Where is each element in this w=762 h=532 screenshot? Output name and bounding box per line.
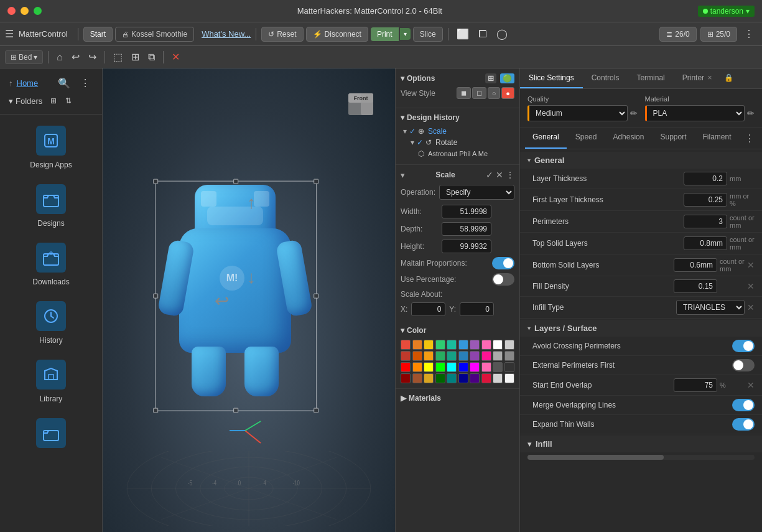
fill-density-input[interactable] bbox=[674, 279, 717, 293]
counter2-button[interactable]: ⊞ 25/0 bbox=[700, 27, 737, 42]
home-view-button[interactable]: ⌂ bbox=[53, 50, 66, 64]
whats-new-link[interactable]: What's New... bbox=[202, 29, 251, 39]
layer-thickness-input[interactable] bbox=[684, 172, 727, 185]
color-swatch[interactable] bbox=[401, 351, 411, 361]
preview-icon[interactable]: ◯ bbox=[493, 27, 511, 41]
color-swatch[interactable] bbox=[412, 340, 422, 350]
start-end-overlap-input[interactable] bbox=[674, 378, 717, 392]
color-swatch[interactable] bbox=[493, 351, 503, 361]
bottom-solid-layers-input[interactable] bbox=[674, 258, 717, 272]
color-swatch[interactable] bbox=[447, 373, 457, 383]
expand-thin-walls-toggle[interactable] bbox=[732, 418, 755, 431]
counter1-button[interactable]: ≣ 26/0 bbox=[659, 27, 696, 42]
color-swatch[interactable] bbox=[412, 351, 422, 361]
sidebar-item-bottom[interactable] bbox=[7, 412, 95, 454]
sidebar-item-designs[interactable]: Designs bbox=[7, 178, 95, 234]
color-swatch[interactable] bbox=[493, 362, 503, 372]
print-button[interactable]: Print bbox=[371, 27, 399, 41]
y-input[interactable] bbox=[460, 302, 494, 316]
undo-button[interactable]: ↩ bbox=[68, 50, 83, 64]
color-swatch[interactable] bbox=[435, 362, 445, 372]
color-swatch[interactable] bbox=[504, 373, 514, 383]
color-swatch[interactable] bbox=[470, 362, 480, 372]
scale-confirm-button[interactable]: ✓ bbox=[486, 170, 493, 180]
color-swatch[interactable] bbox=[424, 351, 434, 361]
toolbar-more-button[interactable]: ⋮ bbox=[741, 27, 757, 41]
perimeters-input[interactable] bbox=[684, 215, 727, 228]
tab-slice-settings[interactable]: Slice Settings bbox=[520, 68, 583, 88]
maintain-proportions-toggle[interactable] bbox=[492, 257, 514, 269]
merge-overlapping-toggle[interactable] bbox=[732, 399, 755, 411]
color-swatch[interactable] bbox=[493, 373, 503, 383]
sidebar-item-library[interactable]: Library bbox=[7, 353, 95, 409]
view-solid-btn[interactable]: ◼ bbox=[457, 87, 471, 99]
delete-button[interactable]: ✕ bbox=[169, 50, 183, 64]
color-swatch[interactable] bbox=[401, 362, 411, 372]
sidebar-more-button[interactable]: ⋮ bbox=[77, 76, 93, 90]
sidebar-home-link[interactable]: Home bbox=[17, 78, 39, 88]
reset-button[interactable]: ↺ Reset bbox=[261, 27, 303, 42]
search-button[interactable]: 🔍 bbox=[55, 76, 73, 90]
folder-sort-icon[interactable]: ⇅ bbox=[62, 95, 75, 106]
width-input[interactable] bbox=[442, 205, 491, 218]
handle-bottom-right[interactable] bbox=[314, 408, 318, 413]
handle-top-left[interactable] bbox=[153, 179, 158, 184]
color-swatch[interactable] bbox=[481, 362, 491, 372]
view-color-btn[interactable]: ● bbox=[501, 87, 514, 99]
color-swatch[interactable] bbox=[424, 362, 434, 372]
cube-compass[interactable]: Front bbox=[339, 81, 383, 124]
color-header[interactable]: ▾ Color bbox=[401, 326, 514, 335]
height-input[interactable] bbox=[442, 240, 491, 253]
rotate-tree-item[interactable]: ▾ ✓ ↺ Rotate bbox=[401, 137, 514, 148]
options-header[interactable]: ▾ Options ⊞ 🟢 bbox=[401, 73, 514, 83]
handle-bottom-middle[interactable] bbox=[233, 408, 238, 413]
settings-tab-speed[interactable]: Speed bbox=[568, 128, 605, 149]
color-swatch[interactable] bbox=[458, 373, 468, 383]
maximize-button[interactable] bbox=[34, 7, 42, 15]
color-swatch[interactable] bbox=[401, 340, 411, 350]
view-wire-btn[interactable]: ◻ bbox=[472, 87, 486, 99]
color-swatch[interactable] bbox=[424, 373, 434, 383]
quality-select[interactable]: Medium bbox=[527, 105, 628, 121]
color-swatch[interactable] bbox=[504, 351, 514, 361]
print-arrow-button[interactable]: ▾ bbox=[400, 28, 411, 40]
bottom-solid-clear-button[interactable]: ✕ bbox=[747, 260, 755, 270]
infill-type-clear-button[interactable]: ✕ bbox=[747, 302, 755, 312]
color-swatch[interactable] bbox=[447, 362, 457, 372]
sidebar-item-history[interactable]: History bbox=[7, 295, 95, 351]
settings-more-button[interactable]: ⋮ bbox=[742, 128, 757, 149]
bed-button[interactable]: ⊞ Bed ▾ bbox=[5, 50, 43, 64]
color-swatch[interactable] bbox=[481, 373, 491, 383]
settings-tab-filament[interactable]: Filament bbox=[695, 128, 738, 149]
layers-surface-header[interactable]: ▾ Layers / Surface bbox=[520, 320, 762, 337]
color-swatch[interactable] bbox=[458, 351, 468, 361]
scale-cancel-button[interactable]: ✕ bbox=[496, 170, 503, 180]
color-swatch[interactable] bbox=[435, 340, 445, 350]
tab-controls[interactable]: Controls bbox=[583, 68, 628, 88]
color-swatch[interactable] bbox=[481, 351, 491, 361]
top-solid-layers-input[interactable] bbox=[684, 236, 727, 250]
folder-grid-icon[interactable]: ⊞ bbox=[47, 95, 60, 106]
minimize-button[interactable] bbox=[21, 7, 29, 15]
handle-middle-right[interactable] bbox=[314, 293, 318, 298]
tab-printer[interactable]: Printer × bbox=[674, 68, 721, 88]
use-percentage-toggle[interactable] bbox=[492, 273, 514, 286]
redo-button[interactable]: ↪ bbox=[85, 50, 100, 64]
rotate-up-arrow[interactable]: ↑ bbox=[247, 193, 256, 213]
color-swatch[interactable] bbox=[458, 362, 468, 372]
depth-input[interactable] bbox=[442, 222, 491, 236]
start-tab[interactable]: Start bbox=[83, 27, 113, 42]
avoid-crossing-toggle[interactable] bbox=[732, 340, 755, 352]
first-layer-thickness-input[interactable] bbox=[684, 193, 727, 207]
color-swatch[interactable] bbox=[412, 362, 422, 372]
printer-tab-close[interactable]: × bbox=[707, 73, 712, 82]
close-button[interactable] bbox=[7, 7, 16, 15]
color-swatch[interactable] bbox=[447, 340, 457, 350]
color-swatch[interactable] bbox=[424, 340, 434, 350]
view-mode-button[interactable]: ⧉ bbox=[145, 50, 158, 64]
general-group-header[interactable]: ▾ General bbox=[520, 152, 762, 169]
color-swatch[interactable] bbox=[470, 340, 480, 350]
sidebar-item-design-apps[interactable]: M Design Apps bbox=[7, 119, 95, 175]
infill-group-header[interactable]: ▾ Infill bbox=[520, 436, 762, 452]
fill-density-clear-button[interactable]: ✕ bbox=[747, 281, 755, 291]
